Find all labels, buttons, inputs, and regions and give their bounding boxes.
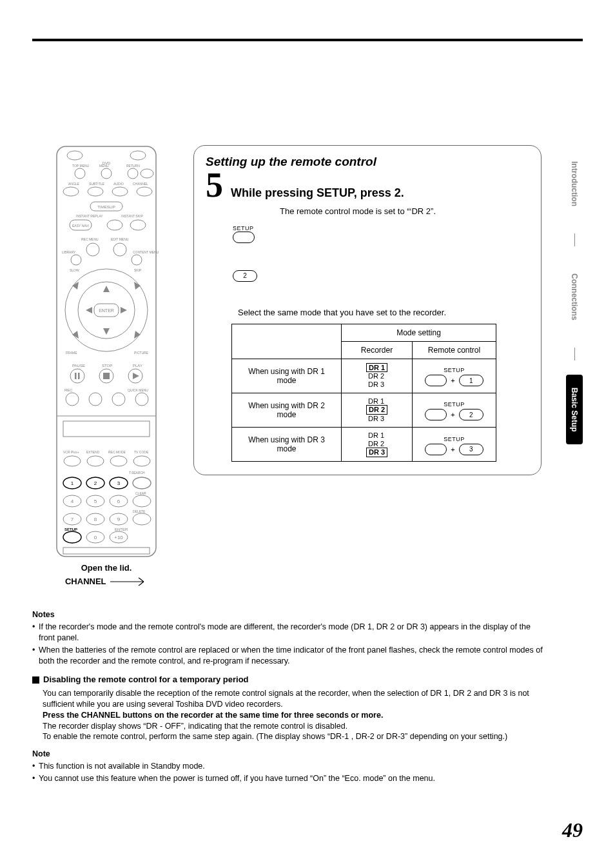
svg-text:1: 1 xyxy=(71,480,74,486)
svg-text:SKIP: SKIP xyxy=(134,268,142,272)
setup-button-icon xyxy=(425,375,447,386)
svg-text:LIBRARY: LIBRARY xyxy=(62,250,76,254)
svg-text:TOP MENU: TOP MENU xyxy=(72,164,90,168)
svg-point-1 xyxy=(67,151,83,160)
recorder-cell: DR 1DR 2DR 3 xyxy=(342,428,413,462)
svg-rect-68 xyxy=(63,421,150,437)
notes-heading-1: Notes xyxy=(32,609,548,620)
remote-cell: SETUP+1 xyxy=(413,359,496,393)
num2-button-illustration: 2 xyxy=(233,269,529,282)
setup-button-icon xyxy=(233,232,255,243)
svg-point-30 xyxy=(86,243,99,256)
svg-rect-108 xyxy=(63,547,150,554)
disable-heading: Disabling the remote control for a tempo… xyxy=(32,674,548,686)
svg-point-9 xyxy=(128,168,138,179)
svg-text:ENTER: ENTER xyxy=(99,308,114,313)
side-tabs: Introduction Connections Basic Setup xyxy=(566,148,583,444)
setup-button-illustration: SETUP xyxy=(233,225,529,246)
notes-heading-2: Note xyxy=(32,749,548,760)
svg-point-7 xyxy=(75,168,85,179)
svg-text:REC: REC xyxy=(64,388,73,392)
tab-divider xyxy=(574,233,575,246)
setup-label: SETUP xyxy=(444,367,465,373)
svg-text:RETURN: RETURN xyxy=(126,164,140,168)
remote-cell: SETUP+3 xyxy=(413,428,496,462)
mode-table-corner xyxy=(232,324,342,359)
square-bullet-icon xyxy=(32,676,39,684)
svg-point-73 xyxy=(64,456,81,466)
svg-text:ENTER: ENTER xyxy=(115,528,128,531)
svg-point-8 xyxy=(101,168,112,179)
svg-point-75 xyxy=(110,456,127,466)
svg-text:0: 0 xyxy=(94,535,97,540)
number-button-icon: 3 xyxy=(459,444,483,455)
svg-text:TIMESLIP: TIMESLIP xyxy=(97,205,115,209)
number-button-icon: 2 xyxy=(459,409,483,420)
top-rule xyxy=(32,39,583,41)
svg-point-66 xyxy=(135,393,148,406)
svg-text:DELETE: DELETE xyxy=(133,509,146,513)
svg-point-76 xyxy=(133,456,150,466)
svg-text:STOP: STOP xyxy=(102,364,112,368)
disable-line: The recorder display shows “DR - OFF”, i… xyxy=(43,721,548,732)
instruction-bubble: Setting up the remote control 5 While pr… xyxy=(193,145,542,475)
svg-text:PICTURE: PICTURE xyxy=(134,351,149,355)
notes-block: Notes If the recorder's mode and the rem… xyxy=(32,609,548,785)
number-button-icon: 1 xyxy=(459,375,483,386)
bubble-title: Setting up the remote control xyxy=(206,155,529,169)
tab-introduction: Introduction xyxy=(566,148,583,219)
svg-text:3: 3 xyxy=(117,480,121,486)
svg-point-26 xyxy=(130,220,146,230)
svg-point-103 xyxy=(63,531,81,543)
svg-text:AUDIO: AUDIO xyxy=(113,182,124,186)
step-number: 5 xyxy=(206,172,223,199)
svg-text:MENU: MENU xyxy=(99,164,109,168)
mode-table: Mode setting Recorder Remote control Whe… xyxy=(231,324,496,462)
recorder-cell: DR 1DR 2DR 3 xyxy=(342,393,413,427)
svg-text:REC MODE: REC MODE xyxy=(108,450,126,454)
step-text: While pressing SETUP, press 2. xyxy=(231,186,404,200)
svg-point-100 xyxy=(133,513,151,525)
svg-text:VCR Plus+: VCR Plus+ xyxy=(63,450,79,454)
svg-text:INSTANT REPLAY: INSTANT REPLAY xyxy=(76,214,103,218)
recorder-header: Recorder xyxy=(342,341,413,359)
tab-basic-setup: Basic Setup xyxy=(566,375,583,445)
svg-text:PLAY: PLAY xyxy=(133,364,142,368)
svg-point-16 xyxy=(88,187,103,196)
svg-point-18 xyxy=(137,187,152,196)
channel-label: CHANNEL xyxy=(65,577,106,586)
note-item: When the batteries of the remote control… xyxy=(32,645,548,667)
svg-point-10 xyxy=(141,169,153,178)
svg-text:7: 7 xyxy=(71,517,74,522)
svg-text:PAUSE: PAUSE xyxy=(72,364,85,368)
svg-text:TV CODE: TV CODE xyxy=(134,450,149,454)
disable-line: You can temporarily disable the receptio… xyxy=(43,688,548,710)
tab-connections: Connections xyxy=(566,261,583,333)
svg-point-34 xyxy=(132,255,142,265)
svg-text:SETUP: SETUP xyxy=(64,528,77,531)
num2-button-icon: 2 xyxy=(233,270,257,282)
select-note: Select the same mode that you have set t… xyxy=(238,308,529,317)
svg-point-65 xyxy=(112,393,125,406)
plus-sign: + xyxy=(451,411,454,419)
note-item: If the recorder's mode and the remote co… xyxy=(32,622,548,644)
svg-text:SUBTITLE: SUBTITLE xyxy=(89,182,105,186)
svg-text:INSTANT SKIP: INSTANT SKIP xyxy=(121,214,143,218)
svg-text:CONTENT MENU: CONTENT MENU xyxy=(133,250,159,254)
setup-button-icon xyxy=(425,409,447,420)
disable-heading-text: Disabling the remote control for a tempo… xyxy=(43,674,249,686)
svg-text:EDIT MENU: EDIT MENU xyxy=(111,237,129,241)
svg-text:QUICK MENU: QUICK MENU xyxy=(128,388,148,392)
recorder-cell: DR 1DR 2DR 3 xyxy=(342,359,413,393)
step-row: 5 While pressing SETUP, press 2. xyxy=(206,172,529,200)
svg-text:FRAME: FRAME xyxy=(66,351,77,355)
svg-point-54 xyxy=(70,369,84,383)
mode-label-cell: When using with DR 3 mode xyxy=(232,428,342,462)
svg-rect-55 xyxy=(75,373,77,379)
svg-text:T.SEARCH: T.SEARCH xyxy=(129,471,145,475)
setup-label: SETUP xyxy=(444,436,465,442)
mode-note: The remote control mode is set to “‘DR 2… xyxy=(280,206,529,216)
svg-point-15 xyxy=(63,187,79,196)
plus-sign: + xyxy=(451,377,454,384)
setup-label: SETUP xyxy=(233,225,529,232)
